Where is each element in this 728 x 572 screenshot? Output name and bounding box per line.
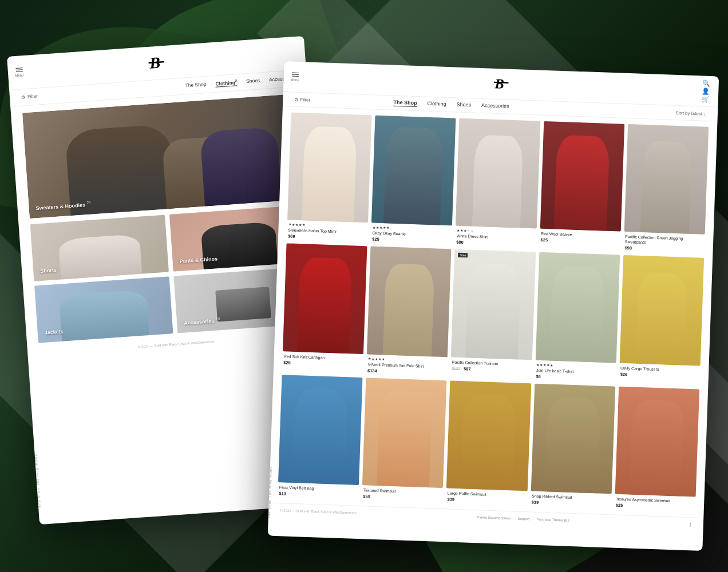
menu-text: Menu [15, 73, 23, 77]
product-info-8: Pacific Collection Trainers $127 $97 [450, 357, 532, 375]
hero-category-sweaters[interactable]: Sweaters & Hoodies 21 [22, 94, 304, 219]
front-filter-label: Filter [300, 97, 310, 103]
product-img-5[interactable] [624, 124, 709, 235]
nav-clothing[interactable]: Clothing2 [215, 79, 238, 87]
product-info-15: Textured Asymmetric Swimsuit $25 [615, 494, 696, 512]
front-nav-the-shop[interactable]: The Shop [393, 100, 417, 107]
product-info-11: Faux Vinyl Belt Bag $13 [278, 482, 359, 500]
front-nav-accessories[interactable]: Accessories [481, 102, 509, 110]
sale-badge-8: Sale [458, 253, 468, 258]
filter-label: Filter [27, 94, 38, 100]
product-name-5: Pacific Collection Green Jogging Sweatpa… [625, 234, 704, 247]
product-card-12: Textured Swimsuit $59 [362, 378, 447, 503]
category-jackets[interactable]: Jackets [34, 276, 173, 343]
jackets-label: Jackets [44, 328, 64, 335]
product-info-4: Red Wool Beanie $25 [539, 229, 620, 247]
product-info-13: Large Ruffle Swimsuit $39 [446, 488, 527, 506]
cart-icon[interactable]: 🛒 [702, 96, 710, 102]
front-filter-button[interactable]: ⚙ Filter [294, 97, 310, 102]
product-info-14: Snap Ribbed Swimsuit $39 [530, 491, 611, 509]
product-img-15[interactable] [615, 387, 699, 497]
category-shorts[interactable]: Shorts 7 [30, 214, 169, 281]
support-link[interactable]: Support [518, 517, 530, 521]
account-icon[interactable]: 👤 [702, 88, 710, 94]
product-img-14[interactable] [531, 383, 615, 494]
front-nav-links: The Shop Clothing Shoes Accessories [393, 100, 509, 110]
product-img-11[interactable] [278, 375, 363, 485]
product-card-9: ★★★★★ Join Life basic T-shirt $6 [535, 252, 620, 383]
scroll-to-top-button[interactable]: ↑ [689, 521, 692, 527]
product-img-4[interactable] [540, 121, 624, 232]
purchase-link[interactable]: Purchase Theme $59 [537, 518, 569, 522]
product-card-6: Red Soft Knit Cardigan $25 [282, 244, 367, 374]
front-hamburger-icon [291, 72, 298, 76]
front-sort-button[interactable]: Sort by latest ↓ [675, 110, 706, 116]
product-info-5: Pacific Collection Green Jogging Sweatpa… [623, 232, 705, 255]
product-card-7: ★★★★★ V-Neck Premium Tan Polo Shirt $134 [366, 247, 452, 377]
product-img-7[interactable] [367, 247, 452, 357]
front-filter-icon: ⚙ [294, 97, 298, 102]
accessories-figure [215, 287, 271, 321]
theme-docs-link[interactable]: Theme Documentation [476, 515, 511, 520]
hero-category-bg [22, 94, 304, 219]
product-info-2: ★★★★★ Okay Okay Beanie $25 [371, 223, 452, 246]
sort-arrow-icon: ↓ [704, 111, 706, 116]
product-info-6: Red Soft Knit Cardigan $25 [282, 351, 363, 369]
product-info-3: ★★★★★ White Dress Shirt $80 [455, 226, 536, 249]
front-header-icons: 🔍 👤 🛒 [702, 80, 710, 102]
product-price-8: $97 [464, 366, 471, 371]
product-img-13[interactable] [446, 380, 531, 491]
product-info-10: Utility Cargo Trousers $26 [619, 363, 701, 380]
figure-3 [200, 127, 282, 206]
pants-figure [201, 221, 278, 269]
product-img-3[interactable] [456, 118, 540, 229]
product-img-10[interactable] [619, 255, 704, 366]
shorts-figure [58, 234, 142, 280]
products-grid: ★★★★★ Sleeveless Halter Top Mimi $69 ★★★… [269, 106, 718, 518]
back-logo: B [148, 53, 165, 76]
front-menu-button[interactable]: Menu [291, 72, 300, 82]
product-card-5: Pacific Collection Green Jogging Sweatpa… [623, 124, 709, 255]
product-info-9: ★★★★★ Join Life basic T-shirt $6 [535, 360, 616, 383]
product-card-10: Utility Cargo Trousers $26 [619, 255, 704, 386]
product-img-12[interactable] [362, 378, 447, 488]
product-info-1: ★★★★★ Sleeveless Halter Top Mimi $69 [287, 220, 368, 243]
product-img-2[interactable] [371, 116, 456, 226]
product-card-8: Sale Pacific Collection Trainers $127 $9… [450, 249, 536, 380]
product-info-12: Textured Swimsuit $59 [362, 485, 443, 503]
product-card-3: ★★★★★ White Dress Shirt $80 [455, 118, 540, 249]
product-card-15: Textured Asymmetric Swimsuit $25 [615, 387, 700, 512]
search-icon[interactable]: 🔍 [702, 80, 710, 86]
filter-icon: ⚙ [21, 94, 26, 100]
product-card-14: Snap Ribbed Swimsuit $39 [530, 383, 615, 509]
product-card-2: ★★★★★ Okay Okay Beanie $25 [371, 116, 456, 246]
product-old-price-8: $127 [452, 366, 460, 371]
front-nav-shoes[interactable]: Shoes [456, 102, 471, 109]
jackets-figure [59, 289, 150, 341]
product-card-4: Red Wool Beanie $25 [539, 121, 624, 252]
svg-line-3 [494, 82, 509, 83]
product-img-9[interactable] [535, 252, 620, 363]
product-card-1: ★★★★★ Sleeveless Halter Top Mimi $69 [287, 112, 372, 243]
nav-shoes[interactable]: Shoes [246, 77, 260, 85]
hamburger-icon [15, 67, 22, 72]
back-nav-links: The Shop Clothing2 Shoes Accessories [185, 75, 295, 89]
front-footer-links: Theme Documentation Support Purchase The… [476, 515, 569, 522]
back-menu-button[interactable]: Menu [14, 67, 23, 77]
nav-the-shop[interactable]: The Shop [185, 81, 207, 89]
product-img-6[interactable] [283, 244, 367, 354]
front-logo: B [493, 74, 509, 95]
front-footer-copyright: © 2021 — Built with Black Shop & WooComm… [280, 509, 357, 515]
back-filter-button[interactable]: ⚙ Filter [21, 94, 38, 100]
product-info-7: ★★★★★ V-Neck Premium Tan Polo Shirt $134 [366, 354, 448, 377]
accessories-label: Accessories 10 [184, 316, 220, 325]
front-menu-text: Menu [291, 78, 299, 82]
product-card-11: Faux Vinyl Belt Bag $13 [278, 375, 363, 500]
product-card-13: Large Ruffle Swimsuit $39 [446, 380, 531, 506]
front-nav-clothing[interactable]: Clothing [427, 101, 446, 108]
front-window: Menu B 🔍 👤 🛒 ⚙ Filter The Shop Clothing … [268, 61, 719, 551]
product-img-1[interactable] [287, 112, 372, 223]
shorts-label: Shorts 7 [40, 265, 61, 273]
svg-text:B: B [494, 76, 504, 92]
product-img-8[interactable]: Sale [451, 249, 536, 360]
